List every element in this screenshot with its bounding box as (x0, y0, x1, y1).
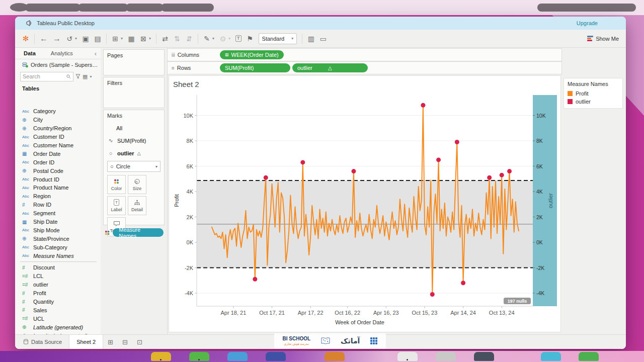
field-item[interactable]: AbcProduct Name (15, 184, 101, 192)
legend-item-outlier[interactable]: outlier (568, 98, 619, 106)
dock-icon[interactable] (266, 352, 286, 361)
field-item[interactable]: AbcCustomer Name (15, 141, 101, 150)
group-members-icon[interactable]: ⊙ (219, 35, 226, 42)
dock-icon[interactable] (579, 352, 599, 361)
pill-outlier[interactable]: outlier △ (292, 63, 368, 72)
collapse-pane-icon[interactable]: ‹ (95, 50, 97, 57)
new-dashboard-tab-icon[interactable]: ⊟ (118, 335, 132, 349)
field-item[interactable]: ⊕Country/Region (15, 124, 101, 133)
presentation-mode-icon[interactable]: ▭ (319, 35, 327, 42)
group-caret-icon[interactable]: ▾ (228, 36, 230, 41)
field-item[interactable]: ▦Order Date (15, 149, 101, 158)
datasource-connection[interactable]: Orders (Sample - Supers… (15, 59, 101, 70)
clear-sheet-icon[interactable]: ⊠ (140, 35, 147, 42)
field-item[interactable]: =#outlier (15, 281, 101, 289)
marks-tab-outlier[interactable]: ○ outlier △ (107, 147, 160, 159)
field-item[interactable]: AbcCustomer ID (15, 133, 101, 141)
dock-icon[interactable] (227, 352, 248, 361)
cards-column: Pages Filters Marks All ∿ SUM(Profit) ○ (101, 48, 168, 335)
control-chart[interactable]: 10K8K6K4K2K0K-2K-4KProfitApr 18, 21Oct 1… (172, 93, 561, 329)
new-datasource-icon[interactable]: ▤ (94, 35, 101, 42)
field-item[interactable]: #Sales (15, 306, 101, 314)
field-item[interactable]: ⊕City (15, 116, 101, 124)
show-mark-labels-icon[interactable]: T (235, 35, 242, 42)
field-item[interactable]: #Quantity (15, 298, 101, 306)
pill-sum-profit[interactable]: SUM(Profit) (220, 63, 290, 72)
save-icon[interactable]: ▣ (82, 35, 89, 42)
field-item[interactable]: ⊕Latitude (generated) (15, 323, 101, 331)
new-worksheet-icon[interactable]: ⊞ (112, 35, 119, 42)
field-item[interactable]: =#UCL (15, 314, 101, 323)
highlight-caret-icon[interactable]: ▾ (212, 36, 214, 41)
legend-item-profit[interactable]: Profit (568, 89, 619, 98)
new-worksheet-tab-icon[interactable]: ⊞ (103, 335, 118, 349)
field-item[interactable]: AbcShip Mode (15, 226, 101, 234)
duplicate-sheet-icon[interactable]: ▦ (128, 35, 135, 42)
dock-icon[interactable] (436, 352, 456, 361)
clear-sheet-caret-icon[interactable]: ▾ (149, 36, 151, 41)
filter-fields-icon[interactable] (75, 74, 80, 79)
field-item[interactable]: AbcOrder ID (15, 158, 101, 166)
svg-text:4K: 4K (536, 189, 543, 195)
mark-type-dropdown[interactable]: ○ Circle ▾ (107, 161, 160, 172)
columns-shelf[interactable]: iii Columns ⊞ WEEK(Order Date) (167, 48, 562, 61)
new-story-tab-icon[interactable]: ⊡ (132, 335, 147, 349)
watermark: BI SCHOOL مدرسه هوش تجاری آماتک (274, 333, 386, 348)
tab-data[interactable]: Data (24, 50, 36, 56)
field-item[interactable]: AbcSub-Category (15, 243, 101, 251)
tableau-logo-icon[interactable]: ✻ (22, 35, 29, 42)
filters-shelf[interactable]: Filters (103, 77, 165, 108)
svg-text:Oct 17, 21: Oct 17, 21 (259, 310, 285, 316)
tab-analytics[interactable]: Analytics (51, 50, 73, 56)
marks-tab-sum-profit[interactable]: ∿ SUM(Profit) (107, 134, 160, 147)
field-item[interactable]: #Profit (15, 289, 101, 298)
dock-icon[interactable] (474, 352, 494, 361)
undo-redo-icon[interactable]: ↺ (66, 35, 73, 42)
bi-school-subtitle: مدرسه هوش تجاری (284, 342, 309, 345)
pill-week-order-date[interactable]: ⊞ WEEK(Order Date) (220, 50, 284, 59)
fit-dropdown[interactable]: Standard ▾ (259, 33, 297, 44)
sheet-tab-active[interactable]: Sheet 2 (69, 335, 103, 349)
pages-shelf[interactable]: Pages (103, 49, 165, 75)
view-options-caret-icon[interactable]: ▾ (90, 74, 92, 79)
undo-caret-icon[interactable]: ▾ (75, 36, 77, 41)
highlight-icon[interactable]: ✎ (203, 35, 210, 42)
field-label: Segment (33, 210, 55, 216)
show-hide-cards-icon[interactable]: ▥ (307, 35, 314, 42)
field-item[interactable]: AbcProduct ID (15, 175, 101, 184)
field-item[interactable]: AbcRegion (15, 192, 101, 201)
field-item[interactable]: #Discount (15, 263, 101, 272)
forward-icon[interactable]: → (53, 35, 61, 43)
size-button[interactable]: Size (128, 175, 146, 194)
swap-axes-icon[interactable]: ⇄ (162, 35, 169, 42)
field-item[interactable]: AbcSegment (15, 209, 101, 218)
fix-axes-icon[interactable]: ⚑ (247, 35, 254, 42)
field-item[interactable]: AbcCategory (15, 107, 101, 116)
upgrade-link[interactable]: Upgrade (577, 20, 598, 26)
field-item[interactable]: =#LCL (15, 272, 101, 281)
field-item[interactable]: AbcMeasure Names (15, 251, 101, 260)
view-grid-icon[interactable]: ▦ (83, 73, 88, 80)
measure-names-legend[interactable]: Measure Names Profit outlier (564, 78, 623, 109)
sort-ascending-icon[interactable]: ⇅ (174, 35, 181, 42)
field-item[interactable]: ⊕State/Province (15, 234, 101, 243)
dock-icon[interactable] (541, 352, 561, 361)
field-item[interactable]: ▦Ship Date (15, 218, 101, 226)
toolbar-separator (156, 34, 156, 44)
back-icon[interactable]: ← (40, 35, 48, 43)
new-worksheet-caret-icon[interactable]: ▾ (121, 36, 123, 41)
dock-icon[interactable] (325, 352, 345, 361)
sort-descending-icon[interactable]: ⇅ (186, 35, 193, 42)
outlier-swatch (568, 99, 573, 104)
detail-button[interactable]: Detail (128, 196, 146, 215)
rows-shelf[interactable]: ≡ Rows SUM(Profit) outlier △ (167, 61, 562, 74)
show-me-button[interactable]: Show Me (587, 36, 619, 42)
data-source-tab[interactable]: Data Source (15, 335, 69, 349)
label-button[interactable]: T Label (107, 196, 126, 215)
field-item[interactable]: #Row ID (15, 201, 101, 209)
marks-tab-all[interactable]: All (107, 122, 160, 134)
field-item[interactable]: ⊕Postal Code (15, 166, 101, 175)
color-button[interactable]: Color (107, 175, 126, 194)
measure-names-pill[interactable]: Measure Names (113, 228, 164, 237)
search-input[interactable]: Search (20, 72, 73, 81)
